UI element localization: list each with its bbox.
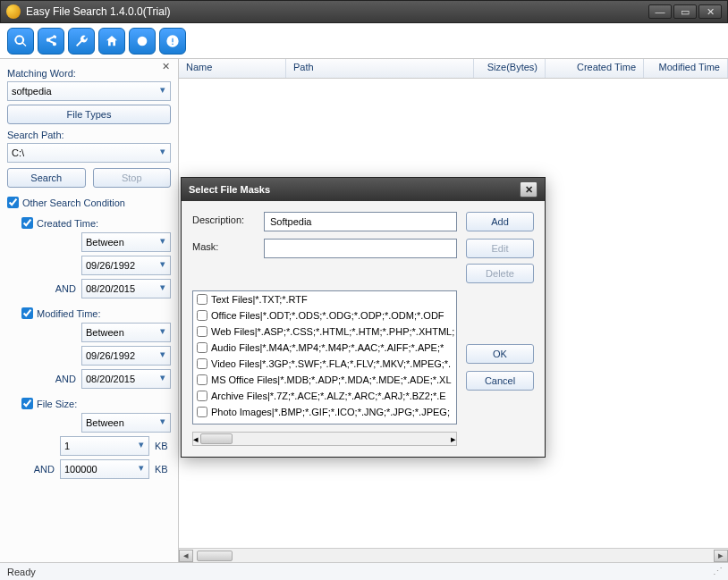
add-button[interactable]: Add — [466, 212, 534, 231]
share-icon[interactable] — [38, 28, 64, 55]
mask-text: Audio Files|*.M4A;*.MP4;*.M4P;*.AAC;*.AI… — [211, 342, 444, 353]
size-from-input[interactable] — [60, 436, 149, 456]
sidebar-close-icon[interactable]: ✕ — [162, 61, 174, 73]
search-path-label: Search Path: — [7, 130, 171, 140]
matching-word-input[interactable] — [7, 81, 171, 101]
mask-text: Photo Images|*.BMP;*.GIF;*.ICO;*.JNG;*.J… — [211, 407, 450, 417]
home-icon[interactable] — [98, 28, 125, 55]
description-input[interactable] — [264, 212, 457, 231]
col-modified[interactable]: Modified Time — [644, 59, 728, 78]
created-time-checkbox[interactable]: Created Time: — [21, 217, 171, 229]
modified-time-checkbox[interactable]: Modified Time: — [21, 307, 171, 319]
scroll-right-icon[interactable]: ▸ — [714, 550, 728, 562]
col-created[interactable]: Created Time — [546, 59, 644, 78]
mask-text: Archive Files|*.7Z;*.ACE;*.ALZ;*.ARC;*.A… — [211, 391, 446, 401]
mask-input[interactable] — [264, 239, 457, 258]
search-path-input[interactable] — [7, 143, 171, 163]
resize-grip-icon[interactable]: ⋰ — [713, 566, 721, 577]
mask-row[interactable]: Photo Images|*.BMP;*.GIF;*.ICO;*.JNG;*.J… — [193, 404, 456, 420]
mask-row[interactable]: Text Files|*.TXT;*.RTF — [193, 291, 456, 307]
status-text: Ready — [7, 567, 36, 577]
toolbar — [0, 23, 728, 59]
matching-word-label: Matching Word: — [7, 68, 171, 79]
mask-row[interactable]: Audio Files|*.M4A;*.MP4;*.M4P;*.AAC;*.AI… — [193, 340, 456, 356]
wrench-icon[interactable] — [68, 28, 95, 55]
mask-checkbox[interactable] — [197, 358, 207, 369]
app-icon — [6, 4, 21, 19]
modified-from-input[interactable] — [81, 346, 171, 366]
statusbar: Ready ⋰ — [0, 562, 728, 580]
mask-row[interactable]: Video Files|*.3GP;*.SWF;*.FLA;*.FLV;*.MK… — [193, 356, 456, 372]
col-size[interactable]: Size(Bytes) — [474, 59, 546, 78]
titlebar: Easy File Search 1.4.0.0(Trial) — ▭ ✕ — [0, 0, 728, 23]
mask-text: Text Files|*.TXT;*.RTF — [211, 294, 308, 305]
search-button[interactable]: Search — [7, 168, 86, 188]
minimize-button[interactable]: — — [648, 4, 672, 19]
search-icon[interactable] — [7, 28, 34, 55]
created-from-input[interactable] — [81, 256, 171, 275]
mask-text: Web Files|*.ASP;*.CSS;*.HTML;*.HTM;*.PHP… — [211, 326, 454, 337]
window-title: Easy File Search 1.4.0.0(Trial) — [26, 5, 648, 18]
edit-button[interactable]: Edit — [466, 239, 534, 258]
alert-icon[interactable] — [159, 28, 186, 55]
mask-row[interactable]: Web Files|*.ASP;*.CSS;*.HTML;*.HTM;*.PHP… — [193, 324, 456, 340]
file-types-button[interactable]: File Types — [7, 105, 171, 124]
created-to-input[interactable] — [81, 279, 171, 298]
mask-checkbox[interactable] — [197, 391, 207, 401]
modified-mode-select[interactable] — [81, 323, 171, 342]
modified-to-input[interactable] — [81, 369, 171, 389]
mask-label: Mask: — [192, 239, 255, 252]
col-path[interactable]: Path — [286, 59, 474, 78]
scroll-left-icon[interactable]: ◂ — [193, 433, 199, 445]
mask-row[interactable]: Office Files|*.ODT;*.ODS;*.ODG;*.ODP;*.O… — [193, 307, 456, 324]
description-label: Description: — [192, 212, 255, 225]
mask-checkbox[interactable] — [197, 310, 207, 321]
size-to-input[interactable] — [60, 459, 149, 479]
mask-checkbox[interactable] — [197, 326, 207, 337]
timer-icon[interactable] — [129, 28, 156, 55]
scroll-left-icon[interactable]: ◂ — [179, 550, 193, 562]
mask-checkbox[interactable] — [197, 407, 207, 417]
results-hscroll[interactable]: ◂ ▸ — [179, 548, 728, 562]
mask-checkbox[interactable] — [197, 294, 207, 305]
delete-button[interactable]: Delete — [466, 264, 534, 283]
scroll-thumb[interactable] — [197, 551, 233, 561]
close-button[interactable]: ✕ — [698, 4, 722, 19]
file-masks-dialog: Select File Masks ✕ Description: Add Mas… — [181, 177, 546, 458]
column-headers: Name Path Size(Bytes) Created Time Modif… — [179, 59, 728, 79]
mask-list-hscroll[interactable]: ◂ ▸ — [192, 432, 457, 446]
col-name[interactable]: Name — [179, 59, 286, 78]
stop-button[interactable]: Stop — [93, 168, 172, 188]
dialog-close-button[interactable]: ✕ — [520, 181, 538, 198]
mask-text: Video Files|*.3GP;*.SWF;*.FLA;*.FLV;*.MK… — [211, 358, 451, 369]
cancel-button[interactable]: Cancel — [466, 371, 534, 391]
mask-row[interactable]: Archive Files|*.7Z;*.ACE;*.ALZ;*.ARC;*.A… — [193, 388, 456, 404]
mask-checkbox[interactable] — [197, 342, 207, 353]
size-mode-select[interactable] — [81, 413, 171, 433]
mask-list[interactable]: Text Files|*.TXT;*.RTFOffice Files|*.ODT… — [192, 290, 457, 424]
mask-checkbox[interactable] — [197, 374, 207, 385]
created-mode-select[interactable] — [81, 232, 171, 252]
sidebar: ✕ Matching Word: File Types Search Path:… — [0, 59, 179, 562]
file-size-checkbox[interactable]: File Size: — [21, 398, 171, 409]
mask-text: MS Office Files|*.MDB;*.ADP;*.MDA;*.MDE;… — [211, 374, 452, 385]
other-condition-checkbox[interactable]: Other Search Condition — [7, 197, 171, 208]
mask-text: Office Files|*.ODT;*.ODS;*.ODG;*.ODP;*.O… — [211, 310, 444, 321]
dialog-title: Select File Masks — [189, 184, 270, 195]
maximize-button[interactable]: ▭ — [673, 4, 697, 19]
dialog-titlebar: Select File Masks ✕ — [182, 178, 545, 201]
scroll-thumb[interactable] — [200, 433, 233, 444]
mask-row[interactable]: MS Office Files|*.MDB;*.ADP;*.MDA;*.MDE;… — [193, 372, 456, 388]
ok-button[interactable]: OK — [466, 344, 534, 364]
scroll-right-icon[interactable]: ▸ — [451, 433, 456, 445]
